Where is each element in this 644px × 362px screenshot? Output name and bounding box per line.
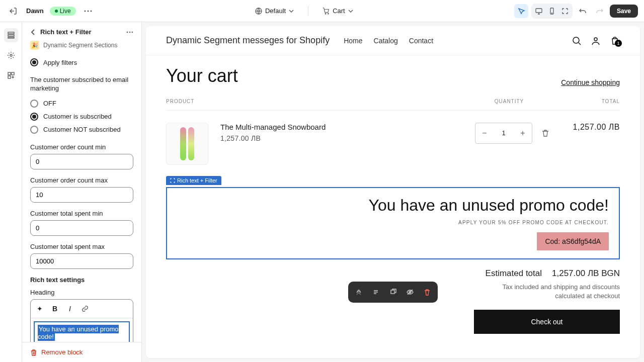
rte-link-icon[interactable] bbox=[79, 303, 91, 315]
heading-rte[interactable]: ✦ B I You have an unused promo code! bbox=[30, 299, 133, 342]
svg-point-0 bbox=[84, 10, 86, 12]
duplicate-icon[interactable] bbox=[386, 286, 399, 299]
promo-subtext: APPLY YOUR 5% OFF PROMO CODE AT CHECKOUT… bbox=[177, 220, 609, 225]
exit-editor-icon[interactable] bbox=[6, 4, 20, 18]
preview-area: Dynamic Segment messeges for Shopify Hom… bbox=[142, 22, 644, 362]
email-group-label: The customer subscribed to email marketi… bbox=[30, 76, 133, 93]
heading-label: Heading bbox=[30, 289, 133, 296]
svg-point-15 bbox=[129, 31, 131, 33]
svg-point-10 bbox=[10, 54, 12, 56]
cart-heading: Your cart bbox=[166, 65, 238, 86]
product-name[interactable]: The Multi-managed Snowboard bbox=[220, 123, 475, 131]
nav-catalog[interactable]: Catalog bbox=[374, 37, 398, 45]
promo-code-badge[interactable]: Cod: aS6dfg54dA bbox=[537, 232, 609, 250]
store-nav: Home Catalog Contact bbox=[344, 37, 433, 45]
spent-min-input[interactable] bbox=[30, 220, 133, 236]
email-subscribed-radio[interactable]: Customer is subscribed bbox=[30, 110, 133, 123]
rich-text-settings-title: Rich text settings bbox=[22, 276, 141, 289]
heading-input[interactable]: You have an unused promo code! bbox=[34, 321, 130, 342]
order-min-input[interactable] bbox=[30, 154, 133, 169]
store-header: Dynamic Segment messeges for Shopify Hom… bbox=[146, 26, 640, 55]
svg-point-14 bbox=[127, 31, 128, 33]
svg-point-16 bbox=[132, 31, 133, 33]
search-icon[interactable] bbox=[572, 36, 582, 46]
product-price: 1,257.00 ЛВ bbox=[220, 134, 475, 142]
rail-apps-icon[interactable] bbox=[4, 68, 18, 82]
fullscreen-icon[interactable] bbox=[558, 5, 572, 18]
account-icon[interactable] bbox=[591, 36, 601, 46]
estimated-total-value: 1,257.00 ЛВ BGN bbox=[552, 268, 620, 279]
col-quantity: QUANTITY bbox=[469, 99, 549, 104]
remove-item-icon[interactable] bbox=[541, 129, 549, 137]
order-min-label: Customer order count min bbox=[30, 143, 133, 151]
selection-tag[interactable]: Rich text + Filter bbox=[166, 176, 221, 185]
qty-increase-icon[interactable]: + bbox=[514, 123, 532, 143]
sidebar: Rich text + Filter 🎉 Dynamic Segment Sec… bbox=[22, 22, 142, 362]
theme-name: Dawn bbox=[26, 7, 44, 15]
spent-min-label: Customer total spent min bbox=[30, 210, 133, 217]
quantity-stepper[interactable]: − 1 + bbox=[475, 123, 532, 144]
qty-value[interactable]: 1 bbox=[494, 123, 514, 143]
spent-max-input[interactable] bbox=[30, 253, 133, 269]
order-max-input[interactable] bbox=[30, 187, 133, 203]
svg-rect-11 bbox=[8, 72, 11, 75]
rte-magic-icon[interactable]: ✦ bbox=[34, 303, 46, 315]
rail-sections-icon[interactable] bbox=[4, 28, 18, 42]
continue-shopping-link[interactable]: Continue shopping bbox=[561, 78, 620, 86]
topbar: Dawn Live Default Cart bbox=[0, 0, 644, 22]
remove-block-button[interactable]: Remove block bbox=[22, 342, 141, 362]
svg-point-18 bbox=[594, 38, 597, 41]
email-off-radio[interactable]: OFF bbox=[30, 97, 133, 110]
svg-rect-9 bbox=[8, 37, 14, 38]
svg-point-17 bbox=[573, 37, 579, 43]
promo-heading: You have an unused promo code! bbox=[177, 196, 609, 215]
nav-contact[interactable]: Contact bbox=[409, 37, 433, 45]
rte-italic-icon[interactable]: I bbox=[64, 303, 76, 315]
floating-toolbar bbox=[348, 282, 438, 303]
delete-icon[interactable] bbox=[421, 286, 434, 299]
svg-rect-8 bbox=[8, 35, 14, 36]
svg-rect-4 bbox=[536, 9, 542, 13]
sidebar-title: Rich text + Filter bbox=[40, 28, 122, 36]
undo-icon[interactable] bbox=[576, 4, 590, 18]
svg-point-6 bbox=[551, 13, 552, 13]
device-preview-group bbox=[531, 4, 573, 19]
save-button[interactable]: Save bbox=[610, 5, 638, 18]
svg-rect-12 bbox=[12, 72, 14, 75]
tax-note: Tax included and shipping and discounts … bbox=[479, 283, 620, 301]
cart-icon[interactable]: 1 bbox=[610, 36, 620, 46]
redo-icon[interactable] bbox=[593, 4, 607, 18]
product-image bbox=[166, 123, 208, 165]
template-selector[interactable]: Default bbox=[251, 4, 298, 18]
nav-home[interactable]: Home bbox=[344, 37, 362, 45]
apply-filters-radio[interactable]: Apply filters bbox=[30, 56, 133, 69]
inspector-icon[interactable] bbox=[514, 4, 528, 18]
cart-selector[interactable]: Cart bbox=[318, 4, 357, 18]
live-badge: Live bbox=[50, 7, 76, 16]
rail-settings-icon[interactable] bbox=[4, 48, 18, 62]
app-label: 🎉 Dynamic Segment Sections bbox=[22, 39, 141, 56]
move-down-icon[interactable] bbox=[369, 286, 382, 299]
cart-count-badge: 1 bbox=[615, 40, 622, 47]
desktop-icon[interactable] bbox=[532, 5, 545, 18]
app-icon: 🎉 bbox=[30, 41, 39, 50]
order-max-label: Customer order count max bbox=[30, 176, 133, 184]
hide-icon[interactable] bbox=[404, 286, 417, 299]
svg-rect-7 bbox=[8, 32, 14, 34]
store-title: Dynamic Segment messeges for Shopify bbox=[166, 35, 330, 46]
block-more-icon[interactable] bbox=[126, 31, 133, 33]
selected-section[interactable]: Rich text + Filter You have an unused pr… bbox=[166, 187, 620, 259]
mobile-icon[interactable] bbox=[545, 5, 558, 18]
checkout-button[interactable]: Check out bbox=[474, 310, 620, 334]
move-up-icon[interactable] bbox=[352, 286, 365, 299]
back-icon[interactable] bbox=[30, 29, 36, 35]
rte-bold-icon[interactable]: B bbox=[49, 303, 61, 315]
email-not-subscribed-radio[interactable]: Customer NOT subscribed bbox=[30, 123, 133, 136]
cart-row: The Multi-managed Snowboard 1,257.00 ЛВ … bbox=[166, 111, 620, 177]
qty-decrease-icon[interactable]: − bbox=[475, 123, 494, 143]
col-total: TOTAL bbox=[549, 99, 620, 104]
spent-max-label: Customer total spent max bbox=[30, 243, 133, 250]
theme-more-icon[interactable] bbox=[82, 8, 94, 14]
col-product: PRODUCT bbox=[166, 99, 469, 104]
estimated-total-label: Estimated total bbox=[486, 268, 542, 279]
